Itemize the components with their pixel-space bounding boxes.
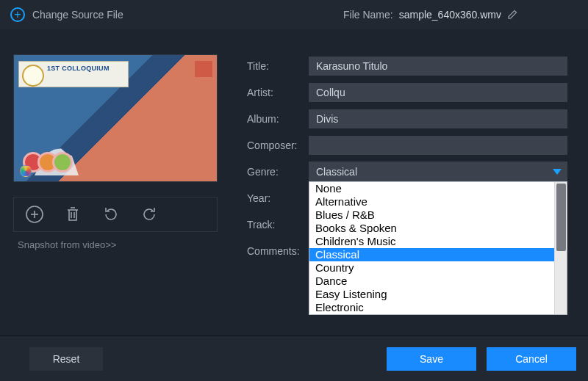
snapshot-from-video-link[interactable]: Snapshot from video>> (13, 239, 226, 250)
dropdown-scrollbar-thumb[interactable] (556, 184, 566, 251)
album-input[interactable] (309, 109, 567, 128)
top-bar: + Change Source File File Name: sample_6… (0, 0, 588, 29)
rotate-ccw-button[interactable] (101, 204, 121, 225)
change-source-label: Change Source File (32, 9, 123, 21)
delete-button[interactable] (62, 204, 83, 225)
title-input[interactable] (309, 57, 567, 76)
genre-option-none[interactable]: None (309, 182, 554, 195)
chevron-down-icon (553, 169, 562, 175)
thumbnail-disc-icon (20, 165, 32, 177)
genre-option-classical[interactable]: Classical (309, 248, 554, 261)
artist-input[interactable] (309, 83, 567, 102)
genre-option-blues-rnb[interactable]: Blues / R&B (309, 208, 554, 222)
artist-label: Artist: (247, 87, 309, 98)
year-label: Year: (247, 192, 309, 204)
dropdown-scrollbar[interactable] (554, 182, 567, 314)
genre-selected-value: Classical (316, 166, 357, 178)
plus-circle-icon: + (10, 7, 25, 22)
thumbnail-banner: 1ST COLLOQUIUM (18, 61, 129, 87)
genre-option-childrens-music[interactable]: Children's Music (309, 235, 554, 248)
reset-button[interactable]: Reset (29, 347, 103, 371)
genre-label: Genre: (247, 166, 309, 178)
rotate-cw-button[interactable] (139, 204, 159, 225)
footer-bar: Reset Save Cancel (0, 335, 588, 381)
left-column: 1ST COLLOQUIUM Sna (13, 54, 226, 266)
main-area: 1ST COLLOQUIUM Sna (0, 29, 588, 272)
album-label: Album: (247, 113, 309, 125)
filename-display: File Name: sample_640x360.wmv (343, 8, 519, 22)
thumbnail-corner-shape (195, 61, 212, 77)
pencil-icon[interactable] (507, 8, 519, 22)
genre-dropdown: None Alternative Blues / R&B Books & Spo… (309, 181, 567, 315)
genre-option-alternative[interactable]: Alternative (309, 195, 554, 208)
filename-value: sample_640x360.wmv (399, 9, 501, 21)
composer-label: Composer: (247, 139, 309, 151)
genre-option-country[interactable]: Country (309, 261, 554, 275)
thumbnail-banner-text: 1ST COLLOQUIUM (47, 65, 110, 72)
genre-option-easy-listening[interactable]: Easy Listening (309, 288, 554, 301)
gear-icon (52, 152, 73, 173)
change-source-button[interactable]: + Change Source File (10, 7, 123, 22)
add-button[interactable] (24, 204, 45, 225)
filename-label: File Name: (343, 9, 393, 21)
video-thumbnail[interactable]: 1ST COLLOQUIUM (13, 54, 218, 182)
title-label: Title: (247, 60, 309, 72)
track-label: Track: (247, 219, 309, 231)
save-button[interactable]: Save (387, 347, 476, 371)
genre-dropdown-list: None Alternative Blues / R&B Books & Spo… (309, 182, 554, 314)
cancel-button[interactable]: Cancel (487, 347, 576, 371)
genre-select[interactable]: Classical (309, 162, 567, 182)
genre-option-electronic[interactable]: Electronic (309, 301, 554, 314)
metadata-form: Title: Artist: Album: Composer: Genre: C… (247, 54, 567, 266)
thumbnail-toolbar (13, 197, 218, 232)
genre-option-dance[interactable]: Dance (309, 275, 554, 288)
genre-option-books-spoken[interactable]: Books & Spoken (309, 222, 554, 235)
comments-label: Comments: (247, 245, 309, 257)
composer-input[interactable] (309, 136, 567, 155)
